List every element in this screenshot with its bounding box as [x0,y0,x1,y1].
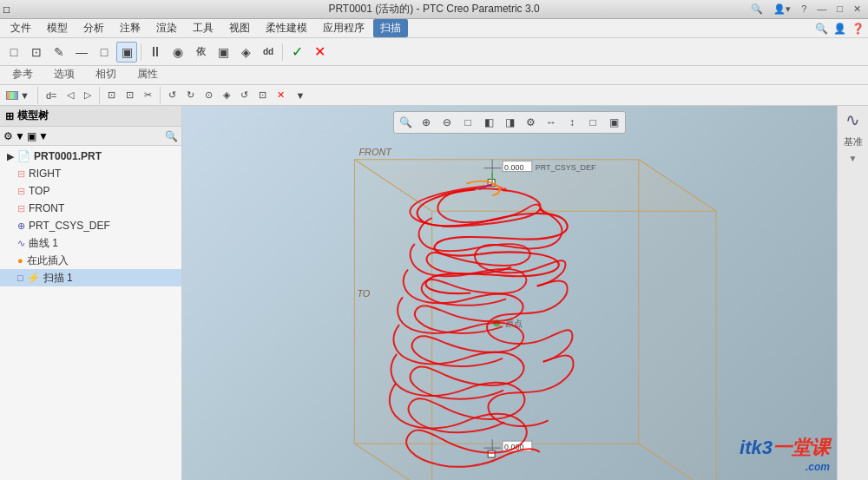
close-tb-btn[interactable]: ✕ [273,88,289,102]
tab-properties[interactable]: 属性 [128,65,167,85]
part-icon: ▶ [7,151,14,162]
user-icon[interactable]: 👤▾ [770,3,794,15]
tree-tool1[interactable]: ⚙ [3,130,13,142]
top-plane-label: TO [357,288,370,299]
rotate-btn[interactable]: ↺ [236,88,253,102]
tree-item-curve[interactable]: ∿ 曲线 1 [0,234,181,252]
dim-field[interactable]: d= [42,89,62,102]
sweep-icon: □ [17,273,23,283]
sep1 [141,43,141,61]
toolbar3: ▼ d= ◁ ▷ ⊡ ⊡ ✂ ↺ ↻ ⊙ ◈ ↺ ⊡ ✕ ▼ [0,85,868,106]
csys-icon: ⊕ [17,220,25,232]
rect-btn[interactable]: □ [94,42,115,62]
new-btn[interactable]: □ [3,42,24,62]
svg-rect-14 [488,450,495,457]
toolbar1: □ ⊡ ✎ — □ ▣ ⏸ ◉ 依 ▣ ◈ dd ✓ ✕ [0,38,868,66]
edit-btn[interactable]: ✎ [49,42,69,62]
menu-tools[interactable]: 工具 [186,19,220,37]
tree-item-part[interactable]: ▶ 📄 PRT0001.PRT [0,148,181,165]
redo-btn[interactable]: ↻ [182,88,199,102]
paste-btn[interactable]: ⊡ [122,88,138,102]
more-btn[interactable]: ▼ [291,89,309,102]
tree-item-right[interactable]: ⊟ RIGHT [0,165,181,182]
model-tree-label: 模型树 [17,108,49,123]
tab-options[interactable]: 选项 [45,65,83,85]
right-label: RIGHT [29,168,61,180]
tree-tool2[interactable]: ▼ [15,130,25,142]
dim-label-top: 0.000 [504,163,523,172]
sep3 [37,87,38,104]
tree-items: ▶ 📄 PRT0001.PRT ⊟ RIGHT ⊟ TOP ⊟ FRONT ⊕ … [0,146,181,480]
copy-btn[interactable]: ⊡ [103,88,120,102]
ref-btn[interactable]: dd [258,42,279,62]
left-panel: ⊞ 模型树 ⚙ ▼ ▣ ▼ 🔍 ▶ 📄 PRT0001.PRT ⊟ RIGHT … [0,106,182,480]
line-btn[interactable]: — [71,42,92,62]
next-btn[interactable]: ▷ [80,88,95,102]
sweep-label2: 扫描 1 [43,271,73,286]
select-btn[interactable]: ▣ [116,42,137,62]
open-btn[interactable]: ⊡ [26,42,47,62]
feature-btn[interactable]: 依 [190,42,211,62]
maximize-btn[interactable]: □ [833,3,846,15]
curve-svg: FRONT RIGHT 0.000 PRT_CSYS_DEF 0.000 TO [182,106,837,480]
menu-apps[interactable]: 应用程序 [316,19,372,37]
tree-item-csys[interactable]: ⊕ PRT_CSYS_DEF [0,217,181,234]
tree-search[interactable]: 🔍 [165,130,178,142]
color-btn[interactable]: ▼ [2,89,34,102]
menu-annotation[interactable]: 注释 [113,19,148,37]
symbol-btn[interactable]: ⊙ [201,88,217,102]
tree-item-insert[interactable]: ● 在此插入 [0,252,181,269]
prev-btn[interactable]: ◁ [62,88,78,102]
circle-btn[interactable]: ◉ [168,42,188,62]
app-icon: □ [3,3,10,16]
tree-item-top[interactable]: ⊟ TOP [0,182,181,200]
base-label: 基准 [844,135,863,148]
menubar-right: 🔍 👤 ❓ [815,23,865,35]
search-icon[interactable]: 🔍 [747,3,766,15]
tree-item-sweep[interactable]: □ ⚡ 扫描 1 [0,269,181,286]
confirm-btn[interactable]: ✓ [286,42,307,62]
titlebar: □ PRT0001 (活动的) - PTC Creo Parametric 3.… [0,0,868,19]
menu-model[interactable]: 模型 [40,19,75,37]
pause-btn[interactable]: ⏸ [145,42,166,62]
watermark: itk3一堂课 .com [740,435,830,473]
plane-icon-right: ⊟ [17,168,25,180]
user-account-icon[interactable]: 👤 [833,23,846,35]
minimize-btn[interactable]: — [813,3,830,15]
sweep-label: ⚡ [27,272,40,284]
grid-btn[interactable]: ▣ [213,42,233,62]
tree-tool4[interactable]: ▼ [38,130,49,142]
main-area: ⊞ 模型树 ⚙ ▼ ▣ ▼ 🔍 ▶ 📄 PRT0001.PRT ⊟ RIGHT … [0,106,868,480]
tab-tangent[interactable]: 相切 [87,65,125,85]
part-label: PRT0001.PRT [34,150,102,162]
menu-scan[interactable]: 扫描 [373,19,408,37]
close-btn[interactable]: ✕ [850,3,865,15]
menu-analysis[interactable]: 分析 [76,19,111,37]
tab-reference[interactable]: 参考 [3,65,42,85]
search-icon-2[interactable]: 🔍 [815,23,828,35]
cut-btn[interactable]: ✂ [140,88,156,102]
orient-btn[interactable]: ◈ [219,88,234,102]
menu-file[interactable]: 文件 [3,19,38,37]
curve-icon: ∿ [17,238,25,249]
tree-tool3[interactable]: ▣ [27,130,36,142]
tree-item-front[interactable]: ⊟ FRONT [0,200,181,217]
titlebar-controls: 🔍 👤▾ ? — □ ✕ [747,3,865,15]
front-plane-label: FRONT [358,147,392,157]
help-icon[interactable]: ? [798,3,810,15]
plane-icon-top: ⊟ [17,186,25,197]
menu-view[interactable]: 视图 [222,19,257,37]
viewport[interactable]: 🔍 ⊕ ⊖ □ ◧ ◨ ⚙ ↔ ↕ □ ▣ [182,106,837,480]
menu-flexible[interactable]: 柔性建模 [259,19,314,37]
snap-btn[interactable]: ◈ [235,42,256,62]
help-icon-2[interactable]: ❓ [852,23,865,35]
chevron-down-icon[interactable]: ▼ [849,154,858,163]
toolbar-tabs: 参考 选项 相切 属性 [0,66,868,85]
menu-render[interactable]: 渲染 [149,19,184,37]
model-tree-toolbar: ⚙ ▼ ▣ ▼ 🔍 [0,127,181,146]
curve-label: 曲线 1 [29,236,58,251]
cancel-btn[interactable]: ✕ [309,42,330,62]
undo-btn[interactable]: ↺ [164,88,181,102]
zoom-box-btn[interactable]: ⊡ [254,88,271,102]
insert-icon: ● [17,255,23,266]
